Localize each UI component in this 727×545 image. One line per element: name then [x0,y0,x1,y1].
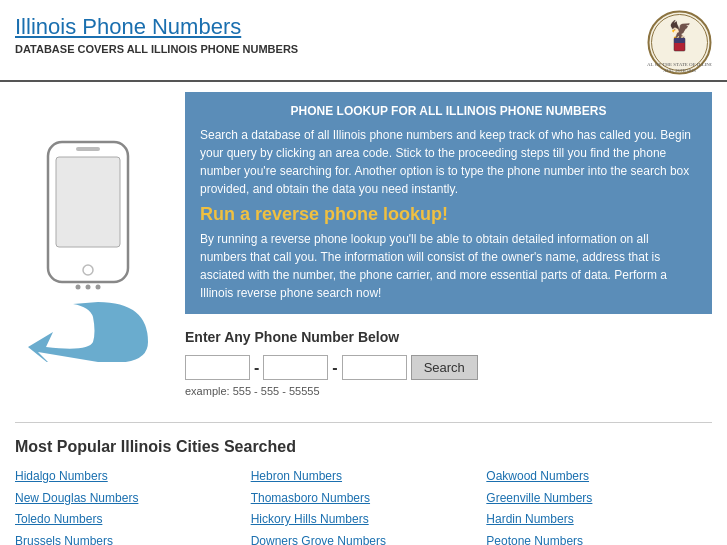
phone-line[interactable] [342,355,407,380]
section-divider [15,422,712,423]
city-link[interactable]: Downers Grove Numbers [251,534,386,545]
run-reverse-title: Run a reverse phone lookup! [200,204,697,225]
main-content: PHONE LOOKUP FOR ALL ILLINOIS PHONE NUMB… [0,82,727,412]
city-link[interactable]: Brussels Numbers [15,534,113,545]
city-column-1: Hebron NumbersThomasboro NumbersHickory … [251,466,477,545]
svg-point-12 [85,285,90,290]
city-link[interactable]: Hidalgo Numbers [15,469,108,483]
city-link[interactable]: Hardin Numbers [486,512,573,526]
run-reverse-text: By running a reverse phone lookup you'll… [200,230,697,302]
right-panel: PHONE LOOKUP FOR ALL ILLINOIS PHONE NUMB… [185,92,712,402]
city-link[interactable]: Oakwood Numbers [486,469,589,483]
site-title-link[interactable]: Illinois Phone Numbers [15,14,241,39]
city-link[interactable]: Greenville Numbers [486,491,592,505]
svg-rect-6 [674,38,685,43]
dash-1: - [254,359,259,377]
city-link[interactable]: Thomasboro Numbers [251,491,370,505]
phone-prefix[interactable] [263,355,328,380]
city-link[interactable]: Toledo Numbers [15,512,102,526]
city-link[interactable]: Hickory Hills Numbers [251,512,369,526]
phone-inputs: - - Search [185,355,712,380]
svg-text:SEAL OF THE STATE OF ILLINOIS: SEAL OF THE STATE OF ILLINOIS [647,62,712,67]
svg-point-13 [95,285,100,290]
info-box: PHONE LOOKUP FOR ALL ILLINOIS PHONE NUMB… [185,92,712,314]
svg-rect-9 [76,147,100,151]
cities-grid: Hidalgo NumbersNew Douglas NumbersToledo… [15,466,712,545]
city-link[interactable]: Peotone Numbers [486,534,583,545]
site-title: Illinois Phone Numbers [15,10,298,41]
site-subtitle: DATABASE COVERS ALL ILLINOIS PHONE NUMBE… [15,43,298,55]
cities-heading: Most Popular Illinois Cities Searched [15,438,712,456]
svg-point-11 [75,285,80,290]
search-example: example: 555 - 555 - 55555 [185,385,712,397]
city-column-2: Oakwood NumbersGreenville NumbersHardin … [486,466,712,545]
svg-text:AUG. 26TH 1818: AUG. 26TH 1818 [663,68,696,73]
svg-rect-8 [56,157,120,247]
city-link[interactable]: New Douglas Numbers [15,491,138,505]
phone-graphic [15,92,175,402]
info-title: PHONE LOOKUP FOR ALL ILLINOIS PHONE NUMB… [200,104,697,118]
svg-text:🦅: 🦅 [669,19,692,41]
info-text-main: Search a database of all Illinois phone … [200,126,697,198]
phone-area-code[interactable] [185,355,250,380]
state-seal: 🦅 SEAL OF THE STATE OF ILLINOIS AUG. 26T… [647,10,712,75]
city-link[interactable]: Hebron Numbers [251,469,342,483]
search-label: Enter Any Phone Number Below [185,329,712,345]
search-area: Enter Any Phone Number Below - - Search … [185,314,712,402]
header: Illinois Phone Numbers DATABASE COVERS A… [0,0,727,82]
header-left: Illinois Phone Numbers DATABASE COVERS A… [15,10,298,55]
dash-2: - [332,359,337,377]
search-button[interactable]: Search [411,355,478,380]
cities-section: Most Popular Illinois Cities Searched Hi… [0,433,727,545]
city-column-0: Hidalgo NumbersNew Douglas NumbersToledo… [15,466,241,545]
